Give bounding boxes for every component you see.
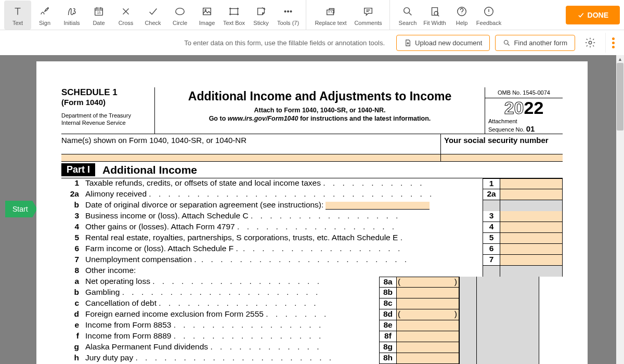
names-label: Name(s) shown on Form 1040, 1040-SR, or … [61, 134, 440, 154]
start-button[interactable]: Start [5, 201, 37, 217]
svg-point-8 [290, 10, 292, 12]
text-tool[interactable]: Text [4, 1, 31, 30]
line-7-field[interactable] [500, 255, 563, 266]
line-8b-field[interactable] [397, 288, 459, 298]
attachment-seq: AttachmentSequence No. 01 [485, 118, 563, 134]
fit-width-tool[interactable]: Fit Width [421, 1, 448, 30]
form-title: Additional Income and Adjustments to Inc… [158, 89, 482, 103]
part-title: Additional Income [102, 164, 197, 176]
svg-point-15 [589, 41, 592, 44]
svg-text:15: 15 [97, 10, 101, 14]
comments-tool[interactable]: Comments [351, 1, 385, 30]
svg-point-2 [176, 8, 185, 15]
line-6-field[interactable] [500, 244, 563, 255]
line-1-field[interactable] [500, 178, 563, 189]
line-8h-field[interactable] [397, 353, 459, 364]
textbox-tool[interactable]: Text Box [220, 1, 248, 30]
circle-tool[interactable]: Circle [166, 1, 193, 30]
hint-text: To enter data on this form, use the fill… [184, 39, 385, 47]
tax-year: 2022 [485, 98, 563, 118]
svg-point-10 [404, 7, 410, 13]
line-8a-field[interactable] [397, 277, 459, 288]
svg-rect-5 [230, 8, 238, 14]
svg-rect-9 [327, 10, 334, 15]
line-3-field[interactable] [500, 211, 563, 222]
document-viewport: Start ▲ SCHEDULE 1 (Form 1040) Departmen… [0, 55, 624, 364]
sticky-tool[interactable]: Sticky [248, 1, 275, 30]
help-tool[interactable]: Help [448, 1, 475, 30]
part-box: Part I [61, 163, 95, 176]
ssn-field[interactable] [440, 154, 563, 161]
svg-point-4 [205, 9, 206, 10]
dept-line1: Department of the Treasury [61, 112, 151, 119]
upload-document-button[interactable]: Upload new document [396, 35, 490, 51]
ssn-label: Your social security number [440, 134, 563, 154]
scrollbar[interactable]: ▲ [616, 55, 624, 364]
search-tool[interactable]: Search [394, 1, 421, 30]
line-5-field[interactable] [500, 233, 563, 244]
svg-point-6 [284, 10, 286, 12]
goto-text: Go to www.irs.gov/Form1040 for instructi… [158, 115, 482, 122]
line-2a-field[interactable] [500, 189, 563, 200]
main-toolbar: Text Sign Initials 15Date Cross Check Ci… [0, 0, 624, 30]
cross-tool[interactable]: Cross [112, 1, 139, 30]
form-page: SCHEDULE 1 (Form 1040) Department of the… [36, 61, 588, 364]
sign-tool[interactable]: Sign [31, 1, 58, 30]
sub-toolbar: To enter data on this form, use the fill… [0, 30, 624, 55]
svg-point-7 [288, 10, 289, 12]
svg-point-14 [504, 40, 509, 44]
svg-rect-3 [203, 8, 211, 15]
line-8d-field[interactable] [397, 309, 459, 320]
line-4-field[interactable] [500, 222, 563, 233]
check-tool[interactable]: Check [139, 1, 166, 30]
dept-line2: Internal Revenue Service [61, 119, 151, 126]
line-8e-field[interactable] [397, 320, 459, 331]
line-8c-field[interactable] [397, 298, 459, 309]
feedback-tool[interactable]: Feedback [475, 1, 502, 30]
find-form-button[interactable]: Find another form [495, 35, 575, 51]
done-button[interactable]: DONE [566, 6, 620, 24]
settings-icon[interactable] [580, 33, 600, 53]
line-8f-field[interactable] [397, 331, 459, 342]
image-tool[interactable]: Image [193, 1, 220, 30]
name-field[interactable] [61, 154, 440, 161]
tools-menu[interactable]: Tools (7) [275, 1, 302, 30]
line-2b-field[interactable] [326, 202, 430, 210]
more-menu-icon[interactable] [605, 33, 618, 53]
date-tool[interactable]: 15Date [85, 1, 112, 30]
attach-text: Attach to Form 1040, 1040-SR, or 1040-NR… [158, 107, 482, 114]
form-number: (Form 1040) [61, 98, 151, 107]
replace-text-tool[interactable]: Replace text [310, 1, 351, 30]
omb-number: OMB No. 1545-0074 [485, 87, 563, 98]
initials-tool[interactable]: Initials [58, 1, 85, 30]
line-8g-field[interactable] [397, 342, 459, 353]
schedule-title: SCHEDULE 1 [61, 87, 151, 98]
